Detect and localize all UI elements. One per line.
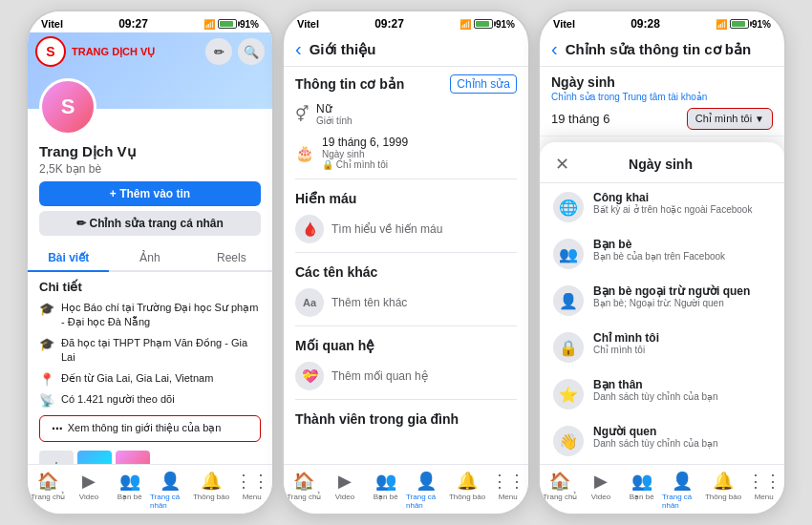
nav-home-1[interactable]: 🏠 Trang chủ: [28, 469, 69, 512]
nav-label-menu: Menu: [243, 493, 262, 501]
nav-label-menu-3: Menu: [755, 493, 774, 501]
status-bar-3: Vitel 09:28 📶 91%: [540, 11, 784, 32]
nav-notif-1[interactable]: 🔔 Thông báo: [191, 469, 232, 512]
tab-reels[interactable]: Reels: [191, 245, 272, 270]
bottom-nav-3: 🏠 Trang chủ ▶ Video 👥 Bạn bè 👤 Trang cá …: [540, 464, 784, 514]
nav-label-video: Video: [79, 493, 98, 501]
nav-video-2[interactable]: ▶ Video: [325, 469, 366, 512]
add-relationship-row[interactable]: 💝 Thêm mối quan hệ: [284, 357, 528, 395]
sheet-close-button[interactable]: ✕: [555, 154, 569, 175]
action-icons: ✏ 🔍: [205, 38, 265, 65]
detail-text-2: Đến từ Gia Lai, Gia Lai, Vietnam: [61, 371, 213, 386]
add-blood-text: Tìm hiểu về hiến máu: [331, 222, 442, 236]
school-icon-1: 🎓: [39, 337, 54, 351]
search-icon[interactable]: 🔍: [238, 38, 265, 65]
only-me-title: Chỉ mình tôi: [593, 331, 659, 345]
privacy-option-acquaintances[interactable]: 👋 Người quen Danh sách tùy chỉnh của bạn: [540, 417, 784, 464]
divider-2: [295, 252, 517, 253]
nav-label-friends-3: Bạn bè: [630, 493, 654, 501]
nav-friends-3[interactable]: 👥 Bạn bè: [621, 469, 662, 512]
add-name-text: Thêm tên khác: [331, 296, 407, 309]
privacy-option-public[interactable]: 🌐 Công khai Bất kỳ ai ở trên hoặc ngoài …: [540, 183, 784, 230]
nav-notif-2[interactable]: 🔔 Thông báo: [447, 469, 488, 512]
add-name-row[interactable]: Aa Thêm tên khác: [284, 284, 528, 322]
app-title: TRANG DỊCH VỤ: [72, 46, 155, 57]
carrier-3: Vitel: [553, 18, 575, 30]
nav-label-menu-2: Menu: [499, 493, 518, 501]
privacy-option-only-me[interactable]: 🔒 Chỉ mình tôi Chỉ mình tôi: [540, 324, 784, 370]
nav-profile-3[interactable]: 👤 Trang cá nhân: [662, 469, 703, 512]
photos-row: +: [28, 447, 272, 464]
detail-item-0: 🎓 Học Báo chí tại Trường Đại học Sư phạm…: [28, 298, 272, 333]
date-day-value: 19 tháng 6: [551, 112, 609, 126]
divider-1: [295, 178, 517, 179]
photo-thumb-1[interactable]: [77, 451, 112, 464]
see-more-button[interactable]: ··· Xem thông tin giới thiệu của bạn: [39, 415, 261, 442]
pencil-icon[interactable]: ✏: [205, 38, 232, 65]
nav-home-3[interactable]: 🏠 Trang chủ: [540, 469, 581, 512]
nav-friends-1[interactable]: 👥 Bạn bè: [109, 469, 150, 512]
nav-home-2[interactable]: 🏠 Trang chủ: [284, 469, 325, 512]
back-button-3[interactable]: ‹: [551, 38, 558, 60]
gender-label: Giới tính: [316, 116, 517, 126]
profile-tabs: Bài viết Ảnh Reels: [28, 245, 272, 272]
nav-label-notif: Thông báo: [193, 493, 229, 501]
nav-friends-2[interactable]: 👥 Bạn bè: [365, 469, 406, 512]
edit-profile-button[interactable]: ✏ Chỉnh sửa trang cá nhân: [39, 211, 261, 236]
detail-item-3: 📡 Có 1.421 người theo dõi: [28, 389, 272, 410]
nav-label-notif-3: Thông báo: [705, 493, 741, 501]
profile-icon: 👤: [160, 471, 181, 492]
privacy-option-friends[interactable]: 👥 Bạn bè Bạn bè của bạn trên Facebook: [540, 230, 784, 277]
nav-label-profile: Trang cá nhân: [150, 493, 191, 510]
nav-menu-1[interactable]: ⋮⋮ Menu: [231, 469, 272, 512]
photo-thumb-2[interactable]: [116, 451, 150, 464]
nav-profile-2[interactable]: 👤 Trang cá nhân: [406, 469, 447, 512]
section-hien-mau: Hiển máu: [284, 183, 528, 210]
privacy-option-close-friends[interactable]: ⭐ Bạn thân Danh sách tùy chỉnh của bạn: [540, 370, 784, 417]
friends-icon: 👥: [119, 471, 140, 492]
gender-icon: ⚥: [295, 105, 309, 123]
info-gender: ⚥ Nữ Giới tính: [284, 97, 528, 131]
phone-panel-2: Vitel 09:27 📶 91% ‹ Giới thiệu Thông tin…: [282, 10, 530, 515]
nav-profile-1[interactable]: 👤 Trang cá nhân: [150, 469, 191, 512]
video-icon-3: ▶: [594, 471, 608, 492]
add-blood-row[interactable]: 🩸 Tìm hiểu về hiến máu: [284, 210, 528, 248]
nav-menu-2[interactable]: ⋮⋮ Menu: [487, 469, 528, 512]
divider-4: [295, 399, 517, 400]
screen-3: ‹ Chỉnh sửa thông tin cơ bản Ngày sinh C…: [540, 32, 784, 464]
privacy-day-dropdown[interactable]: Chỉ mình tôi ▼: [687, 108, 773, 130]
status-bar-2: Vitel 09:27 📶 91%: [284, 11, 528, 32]
tab-bai-viet[interactable]: Bài viết: [28, 245, 109, 272]
friends-count: 2,5K bạn bè: [39, 162, 261, 176]
dots-icon: ···: [52, 421, 63, 436]
add-to-story-button[interactable]: + Thêm vào tin: [39, 181, 261, 206]
time-2: 09:27: [374, 17, 404, 31]
section-co-ban-row: Thông tin cơ bản Chỉnh sửa: [284, 67, 528, 97]
phone-panel-3: Vitel 09:28 📶 91% ‹ Chỉnh sửa thông tin …: [538, 10, 786, 515]
status-icons-3: 📶 91%: [716, 19, 771, 30]
privacy-option-friends-except[interactable]: 👤 Bạn bè ngoại trừ người quen Bạn bè; Ng…: [540, 277, 784, 324]
add-blood-icon: 🩸: [295, 215, 324, 243]
heart-icon: 💝: [302, 368, 318, 384]
nav-video-1[interactable]: ▶ Video: [69, 469, 110, 512]
screen-2: ‹ Giới thiệu Thông tin cơ bản Chỉnh sửa …: [284, 32, 528, 464]
back-button-2[interactable]: ‹: [295, 38, 302, 60]
add-photo-button[interactable]: +: [39, 451, 74, 464]
detail-text-1: Đã học tại THPT Phạm Văn Đồng - Gia Lai: [61, 336, 261, 366]
divider-3: [295, 326, 517, 326]
edit-account-link[interactable]: Chỉnh sửa trong Trung tâm tài khoản: [540, 92, 784, 102]
nav-notif-3[interactable]: 🔔 Thông báo: [703, 469, 744, 512]
carrier-2: Vitel: [297, 18, 319, 30]
nav-video-3[interactable]: ▶ Video: [581, 469, 622, 512]
blood-drop-icon: 🩸: [302, 221, 318, 237]
friends-title: Bạn bè: [593, 238, 725, 251]
public-text: Công khai Bất kỳ ai ở trên hoặc ngoài Fa…: [593, 191, 752, 215]
time-1: 09:27: [118, 17, 148, 31]
header-title-2: Giới thiệu: [310, 41, 376, 58]
edit-co-ban-button[interactable]: Chỉnh sửa: [450, 74, 517, 94]
nav-menu-3[interactable]: ⋮⋮ Menu: [743, 469, 784, 512]
nav-label-video-3: Video: [591, 493, 610, 501]
tab-anh[interactable]: Ảnh: [109, 245, 190, 270]
notif-icon: 🔔: [201, 471, 222, 492]
friends-icon-3: 👥: [631, 471, 652, 492]
